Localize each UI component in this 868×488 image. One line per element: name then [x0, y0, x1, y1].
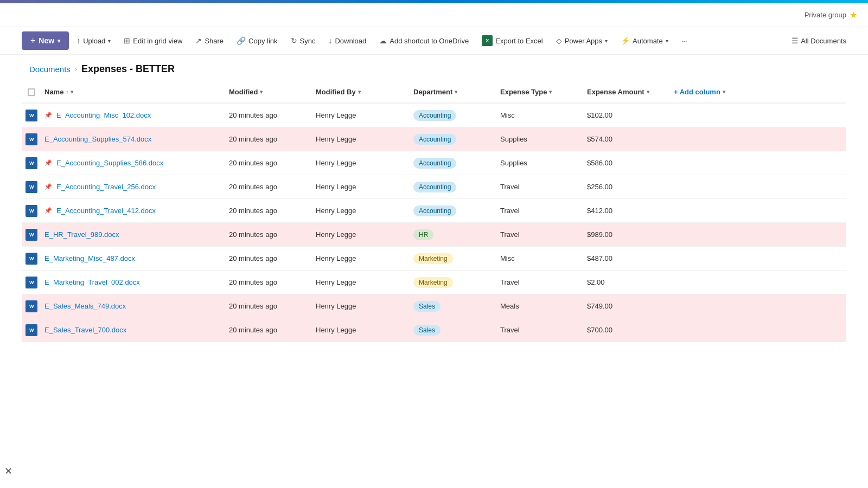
- file-name[interactable]: E_Accounting_Supplies_574.docx: [44, 135, 151, 143]
- modified-column-label: Modified: [229, 88, 258, 96]
- modified-by-cell: Henry Legge: [312, 111, 410, 119]
- new-button[interactable]: + New ▾: [22, 31, 69, 50]
- more-button[interactable]: ···: [676, 34, 693, 48]
- table-row[interactable]: W E_HR_Travel_989.docx 20 minutes ago He…: [22, 223, 846, 247]
- download-icon: ↓: [328, 36, 332, 45]
- sync-button[interactable]: ↻ Sync: [285, 33, 321, 48]
- department-cell: Marketing: [410, 253, 497, 264]
- plus-icon: +: [30, 36, 35, 46]
- breadcrumb-current: Expenses - BETTER: [81, 63, 175, 75]
- filter-icon: ☰: [792, 36, 799, 45]
- upload-label: Upload: [83, 37, 105, 45]
- column-expense-amount[interactable]: Expense Amount ▾: [584, 86, 671, 98]
- modified-cell: 20 minutes ago: [226, 111, 312, 119]
- file-name[interactable]: E_Marketing_Travel_002.docx: [44, 278, 140, 286]
- department-cell: Marketing: [410, 277, 497, 288]
- upload-button[interactable]: ↑ Upload ▾: [71, 33, 116, 48]
- department-badge: HR: [413, 229, 433, 240]
- share-label: Share: [205, 37, 224, 45]
- automate-icon: ⚡: [621, 36, 630, 45]
- department-cell: Sales: [410, 301, 497, 312]
- file-name[interactable]: E_Accounting_Travel_256.docx: [56, 183, 156, 191]
- toolbar: + New ▾ ↑ Upload ▾ ⊞ Edit in grid view ↗…: [0, 27, 868, 55]
- file-name[interactable]: E_Sales_Travel_700.docx: [44, 326, 126, 334]
- add-shortcut-label: Add shortcut to OneDrive: [390, 37, 469, 45]
- pin-icon: 📌: [44, 183, 52, 190]
- upload-chevron-icon: ▾: [108, 38, 111, 44]
- column-department[interactable]: Department ▾: [410, 86, 497, 98]
- modified-by-column-label: Modified By: [316, 88, 356, 96]
- private-group-label: Private group ★: [805, 10, 857, 20]
- file-name[interactable]: E_HR_Travel_989.docx: [44, 230, 119, 239]
- file-icon-cell: W: [22, 133, 41, 145]
- download-button[interactable]: ↓ Download: [323, 33, 372, 48]
- file-name[interactable]: E_Accounting_Travel_412.docx: [56, 207, 156, 215]
- table-row[interactable]: W 📌 E_Accounting_Misc_102.docx 20 minute…: [22, 104, 846, 127]
- table-row[interactable]: W E_Sales_Travel_700.docx 20 minutes ago…: [22, 318, 846, 342]
- column-expense-type[interactable]: Expense Type ▾: [497, 86, 584, 98]
- file-icon-cell: W: [22, 324, 41, 336]
- word-icon: W: [25, 277, 37, 288]
- sort-asc-icon: ↑: [66, 89, 68, 95]
- table-row[interactable]: W 📌 E_Accounting_Travel_412.docx 20 minu…: [22, 199, 846, 223]
- power-apps-icon: ◇: [556, 36, 562, 45]
- all-documents-label: All Documents: [801, 37, 846, 45]
- modified-cell: 20 minutes ago: [226, 230, 312, 239]
- expense-amount-cell: $749.00: [584, 302, 671, 310]
- file-icon-cell: W: [22, 157, 41, 169]
- copy-link-button[interactable]: 🔗 Copy link: [231, 33, 283, 48]
- word-icon: W: [25, 229, 37, 241]
- file-name-cell: E_Sales_Travel_700.docx: [41, 326, 226, 334]
- table-row[interactable]: W E_Accounting_Supplies_574.docx 20 minu…: [22, 127, 846, 151]
- modified-by-filter-icon: ▾: [358, 89, 361, 95]
- automate-button[interactable]: ⚡ Automate ▾: [615, 33, 674, 48]
- expense-type-cell: Travel: [497, 183, 584, 191]
- expense-type-cell: Misc: [497, 111, 584, 119]
- file-list: Name ↑ ▾ Modified ▾ Modified By ▾ Depart…: [0, 81, 868, 342]
- file-name[interactable]: E_Sales_Meals_749.docx: [44, 302, 126, 310]
- copy-link-label: Copy link: [248, 37, 277, 45]
- name-filter-icon: ▾: [71, 89, 73, 95]
- share-icon: ↗: [195, 36, 202, 45]
- department-column-label: Department: [413, 88, 452, 96]
- modified-by-cell: Henry Legge: [312, 326, 410, 334]
- modified-by-cell: Henry Legge: [312, 302, 410, 310]
- pin-icon: 📌: [44, 112, 52, 119]
- power-apps-button[interactable]: ◇ Power Apps ▾: [551, 33, 613, 48]
- department-badge: Accounting: [413, 110, 456, 121]
- breadcrumb: Documents › Expenses - BETTER: [0, 55, 868, 81]
- modified-cell: 20 minutes ago: [226, 135, 312, 143]
- column-modified[interactable]: Modified ▾: [226, 86, 312, 98]
- breadcrumb-documents-link[interactable]: Documents: [29, 65, 71, 74]
- power-apps-chevron-icon: ▾: [605, 38, 608, 44]
- file-name-cell: 📌 E_Accounting_Supplies_586.docx: [41, 159, 226, 167]
- expense-amount-cell: $989.00: [584, 230, 671, 239]
- department-cell: Accounting: [410, 158, 497, 169]
- file-name[interactable]: E_Accounting_Supplies_586.docx: [56, 159, 163, 167]
- upload-icon: ↑: [76, 36, 80, 45]
- column-modified-by[interactable]: Modified By ▾: [312, 86, 410, 98]
- modified-by-cell: Henry Legge: [312, 278, 410, 286]
- expense-amount-cell: $256.00: [584, 183, 671, 191]
- export-excel-button[interactable]: X Export to Excel: [476, 32, 548, 49]
- column-name[interactable]: Name ↑ ▾: [41, 86, 226, 98]
- table-row[interactable]: W 📌 E_Accounting_Supplies_586.docx 20 mi…: [22, 151, 846, 175]
- expense-amount-cell: $700.00: [584, 326, 671, 334]
- add-shortcut-button[interactable]: ☁ Add shortcut to OneDrive: [374, 33, 474, 48]
- edit-grid-button[interactable]: ⊞ Edit in grid view: [118, 33, 188, 48]
- expense-type-cell: Misc: [497, 254, 584, 262]
- file-name[interactable]: E_Marketing_Misc_487.docx: [44, 254, 135, 262]
- header-bar: Private group ★: [0, 3, 868, 27]
- expense-type-cell: Travel: [497, 207, 584, 215]
- table-row[interactable]: W 📌 E_Accounting_Travel_256.docx 20 minu…: [22, 175, 846, 199]
- file-name[interactable]: E_Accounting_Misc_102.docx: [56, 111, 151, 119]
- table-row[interactable]: W E_Marketing_Travel_002.docx 20 minutes…: [22, 271, 846, 294]
- add-column-button[interactable]: + Add column ▾: [671, 86, 846, 98]
- table-row[interactable]: W E_Sales_Meals_749.docx 20 minutes ago …: [22, 294, 846, 318]
- word-icon: W: [25, 157, 37, 169]
- share-button[interactable]: ↗ Share: [190, 33, 229, 48]
- pin-icon: 📌: [44, 207, 52, 214]
- table-row[interactable]: W E_Marketing_Misc_487.docx 20 minutes a…: [22, 247, 846, 271]
- department-cell: Accounting: [410, 182, 497, 192]
- star-icon: ★: [850, 10, 857, 20]
